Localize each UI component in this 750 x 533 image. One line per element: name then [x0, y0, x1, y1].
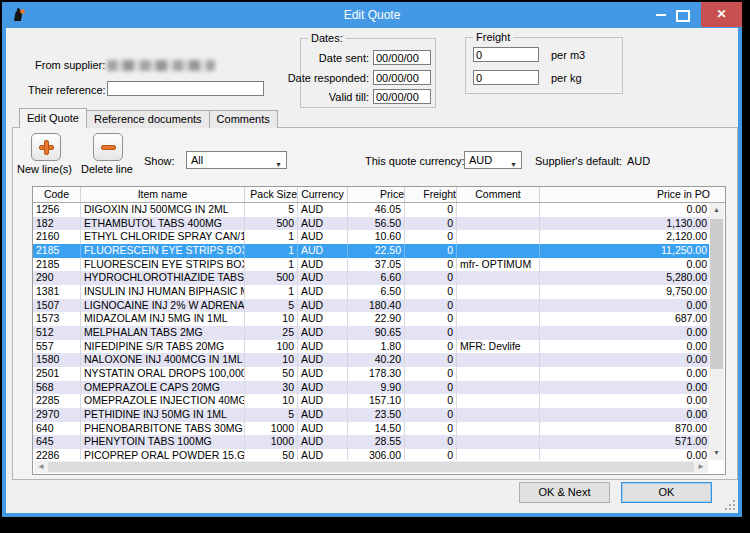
cell: AUD [298, 230, 348, 244]
table-row[interactable]: 2185FLUORESCEIN EYE STRIPS BOX/1001AUD37… [33, 258, 710, 272]
scroll-right-icon[interactable]: ► [694, 461, 708, 473]
cell [457, 217, 540, 231]
resize-grip[interactable] [724, 499, 735, 510]
cell: 512 [33, 326, 81, 340]
ok-next-button[interactable]: OK & Next [519, 482, 610, 503]
cell: 0 [405, 435, 457, 449]
quote-items-table: CodeItem namePack SizeCurrencyPriceFreig… [32, 186, 726, 475]
tab-comments[interactable]: Comments [209, 110, 278, 128]
cell: 0 [405, 408, 457, 422]
delete-line-label: Delete line [81, 163, 133, 175]
cell: AUD [298, 244, 348, 258]
vertical-scrollbar[interactable]: ▲ ▼ [709, 203, 724, 460]
table-row[interactable]: 2286PICOPREP ORAL POWDER 15.G50AUD306.00… [33, 449, 710, 460]
table-row[interactable]: 2501NYSTATIN ORAL DROPS 100,000U IN 1m50… [33, 367, 710, 381]
minimize-button[interactable] [656, 14, 666, 16]
column-header-currency[interactable]: Currency [298, 187, 348, 202]
table-row[interactable]: 2970PETHIDINE INJ 50MG IN 1ML5AUD23.5000… [33, 408, 710, 422]
column-header-item-name[interactable]: Item name [81, 187, 245, 202]
delete-line-button[interactable] [93, 133, 123, 161]
table-row[interactable]: 290HYDROCHLOROTHIAZIDE TABS 25MG500AUD6.… [33, 271, 710, 285]
cell: OMEPRAZOLE INJECTION 40MG [81, 394, 245, 408]
maximize-button[interactable] [676, 10, 690, 22]
column-header-freight[interactable]: Freight [405, 187, 457, 202]
table-row[interactable]: 1381INSULIN INJ HUMAN BIPHASIC MIXTARI1A… [33, 285, 710, 299]
table-row[interactable]: 1507LIGNOCAINE INJ 2% W ADRENALINE 205AU… [33, 299, 710, 313]
cell: 645 [33, 435, 81, 449]
cell: 11,250.00 [540, 244, 710, 258]
scroll-up-icon[interactable]: ▲ [709, 203, 724, 217]
table-row[interactable]: 557NIFEDIPINE S/R TABS 20MG100AUD1.800MF… [33, 340, 710, 354]
cell: 10 [245, 353, 298, 367]
table-row[interactable]: 512MELPHALAN TABS 2MG25AUD90.6500.00 [33, 326, 710, 340]
cell: DIGOXIN INJ 500MCG IN 2ML [81, 203, 245, 217]
table-row[interactable]: 2285OMEPRAZOLE INJECTION 40MG10AUD157.10… [33, 394, 710, 408]
valid-till-input[interactable] [373, 89, 431, 104]
titlebar[interactable]: Edit Quote ✕ [2, 2, 742, 28]
column-header-price[interactable]: Price [348, 187, 405, 202]
cell: ETHAMBUTOL TABS 400MG [81, 217, 245, 231]
cell: 1000 [245, 422, 298, 436]
their-reference-input[interactable] [107, 81, 264, 96]
cell [457, 422, 540, 436]
cell: 0 [405, 258, 457, 272]
column-header-price-in-po[interactable]: Price in PO [540, 187, 710, 202]
close-button[interactable]: ✕ [701, 2, 742, 27]
new-line-button[interactable] [31, 133, 61, 161]
cell [457, 394, 540, 408]
table-row[interactable]: 2160ETHYL CHLORIDE SPRAY CAN/100ML1AUD10… [33, 230, 710, 244]
cell: 46.05 [348, 203, 405, 217]
cell: 500 [245, 271, 298, 285]
cell: 23.50 [348, 408, 405, 422]
show-dropdown[interactable]: All ▼ [186, 151, 287, 169]
horizontal-scroll-thumb[interactable] [48, 462, 694, 472]
cell: 1 [245, 244, 298, 258]
horizontal-scrollbar[interactable]: ◄ ► [34, 461, 708, 473]
cell: AUD [298, 381, 348, 395]
date-responded-input[interactable] [373, 70, 431, 85]
table-row[interactable]: 2185FLUORESCEIN EYE STRIPS BOX/1001AUD22… [33, 244, 710, 258]
dates-group-title: Dates: [308, 32, 346, 44]
table-row[interactable]: 1573MIDAZOLAM INJ 5MG IN 1ML10AUD22.9006… [33, 312, 710, 326]
column-header-pack-size[interactable]: Pack Size [245, 187, 298, 202]
cell: AUD [298, 203, 348, 217]
table-row[interactable]: 1256DIGOXIN INJ 500MCG IN 2ML5AUD46.0500… [33, 203, 710, 217]
cell: MIDAZOLAM INJ 5MG IN 1ML [81, 312, 245, 326]
currency-dropdown[interactable]: AUD ▼ [464, 151, 522, 169]
freight-per-kg-input[interactable] [473, 70, 539, 85]
cell: 157.10 [348, 394, 405, 408]
table-row[interactable]: 645PHENYTOIN TABS 100MG1000AUD28.550571.… [33, 435, 710, 449]
freight-per-m3-input[interactable] [473, 47, 539, 62]
freight-group: Freight per m3 per kg [465, 37, 623, 94]
column-header-code[interactable]: Code [33, 187, 81, 202]
ok-button[interactable]: OK [621, 482, 712, 503]
cell [457, 381, 540, 395]
scroll-down-icon[interactable]: ▼ [709, 446, 724, 460]
cell: FLUORESCEIN EYE STRIPS BOX/100 [81, 244, 245, 258]
cell: 1 [245, 230, 298, 244]
date-sent-input[interactable] [373, 50, 431, 65]
table-row[interactable]: 182ETHAMBUTOL TABS 400MG500AUD56.5001,13… [33, 217, 710, 231]
cell: 178.30 [348, 367, 405, 381]
cell [457, 203, 540, 217]
cell: ETHYL CHLORIDE SPRAY CAN/100ML [81, 230, 245, 244]
cell: 500 [245, 217, 298, 231]
table-row[interactable]: 1580NALOXONE INJ 400MCG IN 1ML10AUD40.20… [33, 353, 710, 367]
cell: 0.00 [540, 394, 710, 408]
cell: 0 [405, 217, 457, 231]
table-row[interactable]: 568OMEPRAZOLE CAPS 20MG30AUD9.9000.00 [33, 381, 710, 395]
tab-edit-quote[interactable]: Edit Quote [19, 108, 87, 128]
cell: 14.50 [348, 422, 405, 436]
tab-reference-documents[interactable]: Reference documents [86, 110, 210, 128]
cell: 22.90 [348, 312, 405, 326]
vertical-scroll-thumb[interactable] [710, 219, 723, 369]
cell: 0.00 [540, 381, 710, 395]
column-header-comment[interactable]: Comment [457, 187, 540, 202]
currency-dropdown-value: AUD [469, 154, 492, 166]
cell: 10 [245, 312, 298, 326]
cell [457, 353, 540, 367]
cell: OMEPRAZOLE CAPS 20MG [81, 381, 245, 395]
cell: 5 [245, 203, 298, 217]
table-row[interactable]: 640PHENOBARBITONE TABS 30MG1000AUD14.500… [33, 422, 710, 436]
scroll-left-icon[interactable]: ◄ [34, 461, 48, 473]
